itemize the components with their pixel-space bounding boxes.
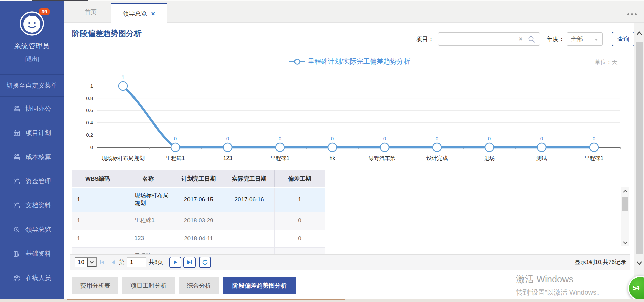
table-row[interactable]: 1里程碑12018-03-290 bbox=[72, 212, 325, 230]
unit-label: 单位：天 bbox=[595, 58, 618, 66]
sidebar-item-overview[interactable]: 领导总览 bbox=[0, 217, 64, 242]
page-scrollbar-thumb[interactable] bbox=[636, 42, 643, 254]
table-cell: 1 bbox=[72, 212, 123, 230]
table-header-row: WBS编码名称计划完工日期实际完工日期偏差工期 bbox=[72, 170, 325, 188]
svg-text:测试: 测试 bbox=[536, 155, 547, 161]
svg-text:里程碑1: 里程碑1 bbox=[166, 155, 185, 161]
tab-home[interactable]: 首页 bbox=[77, 1, 104, 23]
calendar-icon bbox=[13, 129, 21, 137]
avatar[interactable]: 39 bbox=[19, 11, 45, 36]
project-search-input[interactable] bbox=[438, 33, 540, 45]
sidebar-item-collab[interactable]: 协同办公 bbox=[0, 97, 64, 121]
deviation-trend-chart[interactable]: 00.20.40.60.811现场标杆布局规划0里程碑101230里程碑10hk… bbox=[75, 66, 625, 166]
scroll-down-icon[interactable] bbox=[634, 258, 644, 268]
svg-text:0: 0 bbox=[436, 136, 438, 141]
team-icon bbox=[13, 201, 21, 209]
table-header-cell: 名称 bbox=[123, 170, 173, 188]
sidebar-item-label: 在线人员 bbox=[25, 273, 51, 282]
pagination-bar: 10 第 共8页 显示1到10,共76记录 bbox=[70, 254, 630, 270]
first-page-button[interactable] bbox=[96, 257, 108, 268]
tab-leader-overview[interactable]: 领导总览 × bbox=[111, 3, 167, 23]
query-button[interactable]: 查询 bbox=[612, 32, 635, 46]
year-select[interactable]: 全部 bbox=[567, 32, 603, 46]
table-scrollbar[interactable] bbox=[621, 187, 629, 246]
svg-text:0: 0 bbox=[593, 136, 595, 141]
project-filter-label: 项目： bbox=[416, 32, 434, 46]
menu-switch-button[interactable]: 切换至自定义菜单 bbox=[0, 74, 64, 97]
table-row[interactable]: 11232018-04-110 bbox=[72, 230, 325, 247]
sidebar-item-label: 成本核算 bbox=[25, 153, 51, 161]
table-cell: 现场标杆布局规划 bbox=[123, 188, 173, 212]
logout-link[interactable]: [退出] bbox=[0, 55, 64, 63]
svg-text:0: 0 bbox=[331, 136, 334, 141]
table-row[interactable]: 1现场标杆布局规划2017-06-152017-06-161 bbox=[72, 188, 325, 212]
page-scrollbar[interactable] bbox=[634, 23, 644, 299]
page-title: 阶段偏差趋势图分析 bbox=[72, 28, 142, 39]
svg-text:现场标杆布局规划: 现场标杆布局规划 bbox=[102, 155, 145, 161]
sidebar-item-label: 文档资料 bbox=[25, 201, 51, 210]
sidebar-item-base[interactable]: 基础资料 bbox=[0, 242, 64, 266]
table-cell: 2017-06-15 bbox=[173, 188, 224, 212]
year-filter-label: 年度： bbox=[547, 32, 565, 46]
bottom-tab-stage-deviation[interactable]: 阶段偏差趋势图分析 bbox=[223, 277, 296, 294]
taskbar-edge bbox=[0, 299, 644, 302]
table-cell: 2017-06-16 bbox=[224, 188, 274, 212]
chevron-down-icon bbox=[594, 36, 598, 43]
table-cell: 2018-05-31 bbox=[173, 247, 224, 254]
chevron-down-icon bbox=[87, 258, 96, 267]
table-scrollbar-thumb[interactable] bbox=[622, 197, 628, 211]
sidebar-item-label: 资金管理 bbox=[25, 177, 51, 186]
close-icon[interactable]: × bbox=[151, 10, 155, 17]
sidebar-item-funds[interactable]: 资金管理 bbox=[0, 169, 64, 193]
svg-text:里程碑1: 里程碑1 bbox=[271, 155, 290, 161]
table-cell bbox=[224, 212, 274, 230]
table-cell: 1 bbox=[72, 188, 123, 212]
scroll-up-icon[interactable] bbox=[621, 187, 629, 195]
svg-text:0: 0 bbox=[174, 136, 177, 141]
project-search-box: × bbox=[438, 32, 540, 46]
scroll-up-icon[interactable] bbox=[634, 28, 644, 38]
main-content: 阶段偏差趋势图分析 项目： × 年度： 全部 查询 里程碑计划/实际完工偏差趋势… bbox=[64, 23, 634, 299]
notification-badge: 39 bbox=[39, 8, 50, 15]
year-select-value: 全部 bbox=[571, 35, 583, 43]
scroll-down-icon[interactable] bbox=[621, 239, 629, 246]
last-page-button[interactable] bbox=[183, 257, 196, 268]
wbs-table-wrap: WBS编码名称计划完工日期实际完工日期偏差工期 1现场标杆布局规划2017-06… bbox=[72, 170, 326, 254]
table-cell: 0 bbox=[274, 247, 325, 254]
legend-marker-icon bbox=[289, 58, 305, 65]
clear-icon[interactable]: × bbox=[519, 36, 522, 42]
books-icon bbox=[13, 250, 21, 258]
table-cell: 1 bbox=[72, 230, 123, 247]
analysis-panel: 里程碑计划/实际完工偏差趋势分析 单位：天 00.20.40.60.811现场标… bbox=[70, 53, 630, 270]
assistant-badge-value: 54 bbox=[633, 285, 639, 292]
sidebar-item-online[interactable]: 在线人员 bbox=[0, 266, 64, 290]
chart-legend[interactable]: 里程碑计划/实际完工偏差趋势分析 bbox=[70, 57, 630, 66]
sidebar-item-docs[interactable]: 文档资料 bbox=[0, 193, 64, 217]
table-header-cell: 计划完工日期 bbox=[173, 170, 224, 188]
next-page-button[interactable] bbox=[169, 257, 181, 268]
record-info: 显示1到10,共76记录 bbox=[575, 255, 626, 270]
page-number-input[interactable] bbox=[127, 257, 146, 267]
table-row-partial[interactable]: 1里程碑12018-05-310 bbox=[72, 247, 325, 254]
table-cell: 里程碑1 bbox=[123, 247, 173, 254]
sidebar-item-cost[interactable]: 成本核算 bbox=[0, 145, 64, 169]
total-pages-label: 共8页 bbox=[149, 255, 163, 270]
table-cell: 2018-03-29 bbox=[173, 212, 224, 230]
tab-label: 领导总览 bbox=[123, 10, 147, 18]
refresh-button[interactable] bbox=[199, 257, 211, 268]
bottom-tab-comprehensive[interactable]: 综合分析 bbox=[179, 277, 219, 294]
table-header-cell: 偏差工期 bbox=[274, 170, 325, 188]
search-icon[interactable] bbox=[528, 35, 536, 43]
sidebar-menu: 协同办公项目计划成本核算资金管理文档资料领导总览基础资料在线人员 bbox=[0, 97, 64, 290]
sidebar-item-plan[interactable]: 项目计划 bbox=[0, 121, 64, 145]
tab-overflow-menu-icon[interactable] bbox=[627, 13, 637, 15]
bottom-tab-bar: 费用分析表项目工时分析综合分析阶段偏差趋势图分析 bbox=[72, 277, 296, 294]
svg-text:0: 0 bbox=[279, 136, 281, 141]
bottom-tab-hours-analysis[interactable]: 项目工时分析 bbox=[122, 277, 175, 294]
svg-text:进场: 进场 bbox=[484, 155, 495, 161]
page-size-select[interactable]: 10 bbox=[75, 257, 97, 267]
users-icon bbox=[13, 274, 21, 282]
table-cell: 里程碑1 bbox=[123, 212, 173, 230]
bottom-tab-cost-analysis[interactable]: 费用分析表 bbox=[72, 277, 118, 294]
prev-page-button[interactable] bbox=[107, 257, 119, 268]
